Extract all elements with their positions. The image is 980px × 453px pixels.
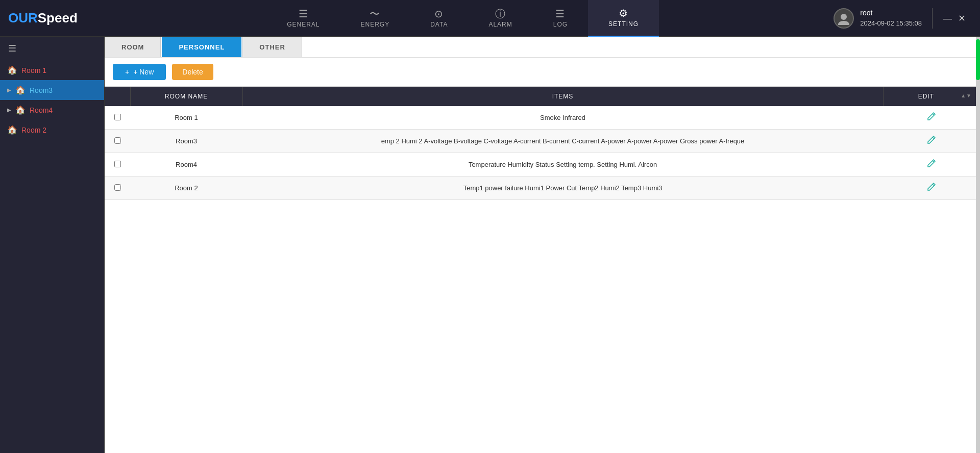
col-header-edit: EDIT ▲▼ (883, 87, 980, 106)
cell-items: Temperature Humidity Status Setting temp… (242, 153, 883, 177)
home-icon-room3: 🏠 (15, 85, 26, 95)
sidebar-label-room4: Room4 (30, 106, 53, 114)
table-row: Room3 emp 2 Humi 2 A-voltage B-voltage C… (105, 130, 980, 153)
user-name: root (860, 8, 922, 18)
col-header-roomname: ROOM NAME (130, 87, 242, 106)
tab-room[interactable]: ROOM (105, 37, 161, 57)
row-checkbox-2[interactable] (114, 137, 121, 144)
nav-data[interactable]: ⊙ DATA (410, 0, 468, 37)
sidebar-item-room4[interactable]: ▶ 🏠 Room4 (0, 100, 104, 120)
cell-checkbox[interactable] (105, 130, 130, 153)
home-icon-room4: 🏠 (15, 105, 26, 115)
energy-icon: 〜 (370, 9, 380, 19)
cell-edit[interactable] (883, 106, 980, 130)
logo-speed: Speed (38, 10, 78, 26)
nav-general-label: GENERAL (287, 21, 320, 28)
cell-edit[interactable] (883, 177, 980, 200)
edit-icon-3[interactable] (926, 160, 937, 170)
new-button-icon: + (125, 68, 129, 76)
nav-log[interactable]: ☰ LOG (533, 0, 588, 37)
edit-header-label: EDIT (918, 93, 934, 100)
col-header-items: ITEMS (242, 87, 883, 106)
logo-our: OUR (8, 10, 38, 26)
new-button[interactable]: + + New (113, 64, 166, 80)
cell-items: Temp1 power failure Humi1 Power Cut Temp… (242, 177, 883, 200)
sort-icon: ▲▼ (961, 93, 972, 98)
cell-roomname: Room 1 (130, 106, 242, 130)
cell-roomname: Room3 (130, 130, 242, 153)
cell-items: Smoke Infrared (242, 106, 883, 130)
new-button-label: + New (133, 68, 154, 76)
main-layout: ☰ 🏠 Room 1 ▶ 🏠 Room3 ▶ 🏠 Room4 🏠 Room 2 … (0, 37, 980, 453)
cell-edit[interactable] (883, 130, 980, 153)
minimize-button[interactable]: — (943, 14, 952, 23)
data-icon: ⊙ (434, 9, 444, 19)
edit-icon-4[interactable] (926, 184, 937, 194)
tab-room-label: ROOM (121, 43, 144, 51)
cell-roomname: Room 2 (130, 177, 242, 200)
general-icon: ☰ (299, 9, 308, 19)
sidebar-label-room2: Room 2 (21, 126, 46, 134)
nav-setting-label: SETTING (608, 20, 639, 28)
nav-right-section: root 2024-09-02 15:35:08 — ✕ (823, 8, 980, 29)
table-header-row: ROOM NAME ITEMS EDIT ▲▼ (105, 87, 980, 106)
expand-arrow-room3: ▶ (7, 87, 11, 93)
nav-energy[interactable]: 〜 ENERGY (340, 0, 410, 37)
tab-personnel-label: PERSONNEL (179, 43, 225, 51)
user-avatar (834, 8, 854, 29)
nav-general[interactable]: ☰ GENERAL (266, 0, 340, 37)
window-controls: — ✕ (943, 14, 970, 23)
sidebar-item-room3[interactable]: ▶ 🏠 Room3 (0, 80, 104, 100)
sidebar-label-room3: Room3 (30, 86, 53, 94)
row-checkbox-4[interactable] (114, 184, 121, 191)
home-icon-room2: 🏠 (7, 125, 17, 135)
sidebar-menu-icon[interactable]: ☰ (0, 37, 104, 60)
row-checkbox-3[interactable] (114, 161, 121, 167)
tab-personnel[interactable]: PERSONNEL (162, 37, 241, 57)
cell-edit[interactable] (883, 153, 980, 177)
tab-other-label: OTHER (259, 43, 285, 51)
tab-other[interactable]: OTHER (242, 37, 302, 57)
table-body: Room 1 Smoke Infrared (105, 106, 980, 200)
nav-alarm-label: ALARM (488, 21, 512, 28)
close-button[interactable]: ✕ (958, 14, 966, 23)
sidebar-item-room2[interactable]: 🏠 Room 2 (0, 120, 104, 140)
cell-checkbox[interactable] (105, 153, 130, 177)
content-area: ROOM PERSONNEL OTHER + + New Delete (105, 37, 980, 453)
scrollbar[interactable] (976, 37, 980, 453)
setting-icon: ⚙ (619, 8, 628, 18)
top-navigation: OURSpeed ☰ GENERAL 〜 ENERGY ⊙ DATA ⓘ ALA… (0, 0, 980, 37)
nav-alarm[interactable]: ⓘ ALARM (468, 0, 532, 37)
app-logo: OURSpeed (0, 10, 102, 26)
edit-icon-2[interactable] (926, 137, 937, 147)
nav-divider (932, 8, 933, 29)
svg-point-0 (841, 14, 847, 20)
nav-data-label: DATA (430, 21, 448, 28)
table-row: Room4 Temperature Humidity Status Settin… (105, 153, 980, 177)
log-icon: ☰ (555, 9, 565, 19)
edit-icon-1[interactable] (926, 113, 937, 123)
col-header-checkbox (105, 87, 130, 106)
tab-bar: ROOM PERSONNEL OTHER (105, 37, 980, 58)
cell-checkbox[interactable] (105, 177, 130, 200)
cell-checkbox[interactable] (105, 106, 130, 130)
nav-log-label: LOG (553, 21, 568, 28)
data-table: ROOM NAME ITEMS EDIT ▲▼ (105, 87, 980, 200)
sidebar-label-room1: Room 1 (21, 66, 46, 74)
nav-setting[interactable]: ⚙ SETTING (588, 0, 659, 37)
home-icon-room1: 🏠 (7, 65, 17, 75)
table-row: Room 2 Temp1 power failure Humi1 Power C… (105, 177, 980, 200)
user-info: root 2024-09-02 15:35:08 (860, 8, 922, 29)
toolbar: + + New Delete (105, 58, 980, 87)
sidebar-item-room1[interactable]: 🏠 Room 1 (0, 60, 104, 80)
cell-items: emp 2 Humi 2 A-voltage B-voltage C-volta… (242, 130, 883, 153)
expand-arrow-room4: ▶ (7, 107, 11, 113)
sidebar: ☰ 🏠 Room 1 ▶ 🏠 Room3 ▶ 🏠 Room4 🏠 Room 2 (0, 37, 105, 453)
delete-button-label: Delete (182, 68, 203, 76)
row-checkbox-1[interactable] (114, 114, 121, 120)
cell-roomname: Room4 (130, 153, 242, 177)
delete-button[interactable]: Delete (172, 64, 213, 80)
table-row: Room 1 Smoke Infrared (105, 106, 980, 130)
scroll-thumb[interactable] (976, 39, 980, 80)
nav-menu: ☰ GENERAL 〜 ENERGY ⊙ DATA ⓘ ALARM ☰ LOG … (102, 0, 823, 37)
